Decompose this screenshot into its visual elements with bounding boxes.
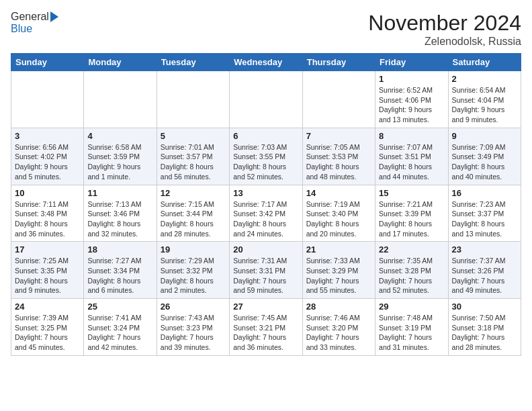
calendar-day: 27Sunrise: 7:45 AM Sunset: 3:21 PM Dayli… — [230, 299, 302, 356]
col-saturday: Saturday — [448, 54, 521, 71]
day-number: 26 — [161, 302, 226, 312]
day-number: 18 — [87, 244, 152, 255]
day-number: 28 — [306, 302, 371, 312]
day-info: Sunrise: 7:29 AM Sunset: 3:32 PM Dayligh… — [161, 256, 226, 295]
day-info: Sunrise: 7:09 AM Sunset: 3:49 PM Dayligh… — [452, 142, 517, 182]
col-sunday: Sunday — [11, 54, 84, 71]
calendar-day: 16Sunrise: 7:23 AM Sunset: 3:37 PM Dayli… — [448, 185, 521, 242]
day-info: Sunrise: 7:17 AM Sunset: 3:42 PM Dayligh… — [233, 199, 298, 239]
day-number: 29 — [379, 302, 444, 312]
day-number: 4 — [87, 131, 152, 141]
day-info: Sunrise: 7:27 AM Sunset: 3:34 PM Dayligh… — [87, 256, 152, 295]
month-title: November 2024 — [368, 11, 521, 36]
header: General Blue November 2024 Zelenodolsk, … — [11, 11, 521, 48]
calendar-week-2: 3Sunrise: 6:56 AM Sunset: 4:02 PM Daylig… — [11, 128, 521, 185]
calendar-day: 21Sunrise: 7:33 AM Sunset: 3:29 PM Dayli… — [302, 242, 375, 299]
calendar-day — [157, 71, 229, 128]
day-info: Sunrise: 7:15 AM Sunset: 3:44 PM Dayligh… — [161, 199, 226, 239]
day-number: 11 — [87, 188, 152, 198]
calendar-table: Sunday Monday Tuesday Wednesday Thursday… — [11, 53, 521, 356]
day-info: Sunrise: 7:31 AM Sunset: 3:31 PM Dayligh… — [233, 256, 298, 295]
calendar-day: 1Sunrise: 6:52 AM Sunset: 4:06 PM Daylig… — [375, 71, 448, 128]
calendar-day: 19Sunrise: 7:29 AM Sunset: 3:32 PM Dayli… — [157, 242, 229, 299]
calendar-day: 5Sunrise: 7:01 AM Sunset: 3:57 PM Daylig… — [157, 128, 229, 185]
day-info: Sunrise: 7:13 AM Sunset: 3:46 PM Dayligh… — [87, 199, 152, 239]
col-tuesday: Tuesday — [157, 54, 229, 71]
col-monday: Monday — [84, 54, 157, 71]
day-info: Sunrise: 7:05 AM Sunset: 3:53 PM Dayligh… — [306, 142, 371, 182]
day-info: Sunrise: 6:54 AM Sunset: 4:04 PM Dayligh… — [452, 85, 517, 125]
day-number: 14 — [306, 188, 371, 198]
calendar-day: 2Sunrise: 6:54 AM Sunset: 4:04 PM Daylig… — [448, 71, 521, 128]
calendar-day: 25Sunrise: 7:41 AM Sunset: 3:24 PM Dayli… — [84, 299, 157, 356]
day-info: Sunrise: 7:35 AM Sunset: 3:28 PM Dayligh… — [379, 256, 444, 295]
day-number: 20 — [233, 244, 298, 255]
day-number: 30 — [452, 302, 517, 312]
calendar-day: 8Sunrise: 7:07 AM Sunset: 3:51 PM Daylig… — [375, 128, 448, 185]
day-info: Sunrise: 7:41 AM Sunset: 3:24 PM Dayligh… — [87, 313, 152, 353]
calendar-day: 30Sunrise: 7:50 AM Sunset: 3:18 PM Dayli… — [448, 299, 521, 356]
day-info: Sunrise: 7:50 AM Sunset: 3:18 PM Dayligh… — [452, 313, 517, 353]
calendar-day: 6Sunrise: 7:03 AM Sunset: 3:55 PM Daylig… — [230, 128, 302, 185]
calendar-week-1: 1Sunrise: 6:52 AM Sunset: 4:06 PM Daylig… — [11, 71, 521, 128]
day-info: Sunrise: 6:52 AM Sunset: 4:06 PM Dayligh… — [379, 85, 444, 125]
day-number: 25 — [87, 302, 152, 312]
calendar-week-5: 24Sunrise: 7:39 AM Sunset: 3:25 PM Dayli… — [11, 299, 521, 356]
calendar-day: 10Sunrise: 7:11 AM Sunset: 3:48 PM Dayli… — [11, 185, 84, 242]
day-info: Sunrise: 7:11 AM Sunset: 3:48 PM Dayligh… — [15, 199, 80, 239]
day-number: 24 — [15, 302, 80, 312]
day-info: Sunrise: 6:58 AM Sunset: 3:59 PM Dayligh… — [87, 142, 152, 182]
day-info: Sunrise: 7:03 AM Sunset: 3:55 PM Dayligh… — [233, 142, 298, 182]
calendar-day: 24Sunrise: 7:39 AM Sunset: 3:25 PM Dayli… — [11, 299, 84, 356]
calendar-day: 7Sunrise: 7:05 AM Sunset: 3:53 PM Daylig… — [302, 128, 375, 185]
day-number: 12 — [161, 188, 226, 198]
calendar-day: 15Sunrise: 7:21 AM Sunset: 3:39 PM Dayli… — [375, 185, 448, 242]
day-number: 10 — [15, 188, 80, 198]
calendar-day: 12Sunrise: 7:15 AM Sunset: 3:44 PM Dayli… — [157, 185, 229, 242]
col-thursday: Thursday — [302, 54, 375, 71]
calendar-day: 9Sunrise: 7:09 AM Sunset: 3:49 PM Daylig… — [448, 128, 521, 185]
calendar-day: 26Sunrise: 7:43 AM Sunset: 3:23 PM Dayli… — [157, 299, 229, 356]
calendar-day — [11, 71, 84, 128]
day-number: 16 — [452, 188, 517, 198]
calendar-day: 11Sunrise: 7:13 AM Sunset: 3:46 PM Dayli… — [84, 185, 157, 242]
calendar-day: 23Sunrise: 7:37 AM Sunset: 3:26 PM Dayli… — [448, 242, 521, 299]
calendar-day: 14Sunrise: 7:19 AM Sunset: 3:40 PM Dayli… — [302, 185, 375, 242]
day-number: 1 — [379, 74, 444, 84]
day-number: 5 — [161, 131, 226, 141]
day-number: 19 — [161, 244, 226, 255]
day-info: Sunrise: 7:21 AM Sunset: 3:39 PM Dayligh… — [379, 199, 444, 239]
day-info: Sunrise: 7:37 AM Sunset: 3:26 PM Dayligh… — [452, 256, 517, 295]
day-number: 7 — [306, 131, 371, 141]
day-number: 3 — [15, 131, 80, 141]
day-info: Sunrise: 7:07 AM Sunset: 3:51 PM Dayligh… — [379, 142, 444, 182]
calendar-day: 17Sunrise: 7:25 AM Sunset: 3:35 PM Dayli… — [11, 242, 84, 299]
day-info: Sunrise: 7:45 AM Sunset: 3:21 PM Dayligh… — [233, 313, 298, 353]
day-number: 27 — [233, 302, 298, 312]
day-info: Sunrise: 7:25 AM Sunset: 3:35 PM Dayligh… — [15, 256, 80, 295]
title-area: November 2024 Zelenodolsk, Russia — [368, 11, 521, 48]
calendar-day: 20Sunrise: 7:31 AM Sunset: 3:31 PM Dayli… — [230, 242, 302, 299]
logo-blue-text: Blue — [11, 23, 32, 35]
day-number: 17 — [15, 244, 80, 255]
day-number: 2 — [452, 74, 517, 84]
logo-arrow-icon — [50, 11, 58, 22]
calendar-day: 13Sunrise: 7:17 AM Sunset: 3:42 PM Dayli… — [230, 185, 302, 242]
day-number: 8 — [379, 131, 444, 141]
day-number: 13 — [233, 188, 298, 198]
day-info: Sunrise: 7:43 AM Sunset: 3:23 PM Dayligh… — [161, 313, 226, 353]
day-number: 15 — [379, 188, 444, 198]
calendar-day: 28Sunrise: 7:46 AM Sunset: 3:20 PM Dayli… — [302, 299, 375, 356]
col-wednesday: Wednesday — [230, 54, 302, 71]
day-info: Sunrise: 7:39 AM Sunset: 3:25 PM Dayligh… — [15, 313, 80, 353]
day-number: 23 — [452, 244, 517, 255]
day-number: 6 — [233, 131, 298, 141]
calendar-week-3: 10Sunrise: 7:11 AM Sunset: 3:48 PM Dayli… — [11, 185, 521, 242]
calendar-day — [302, 71, 375, 128]
day-info: Sunrise: 7:46 AM Sunset: 3:20 PM Dayligh… — [306, 313, 371, 353]
day-info: Sunrise: 6:56 AM Sunset: 4:02 PM Dayligh… — [15, 142, 80, 182]
location: Zelenodolsk, Russia — [368, 36, 521, 48]
calendar-day: 22Sunrise: 7:35 AM Sunset: 3:28 PM Dayli… — [375, 242, 448, 299]
logo: General Blue — [11, 11, 58, 35]
day-number: 21 — [306, 244, 371, 255]
